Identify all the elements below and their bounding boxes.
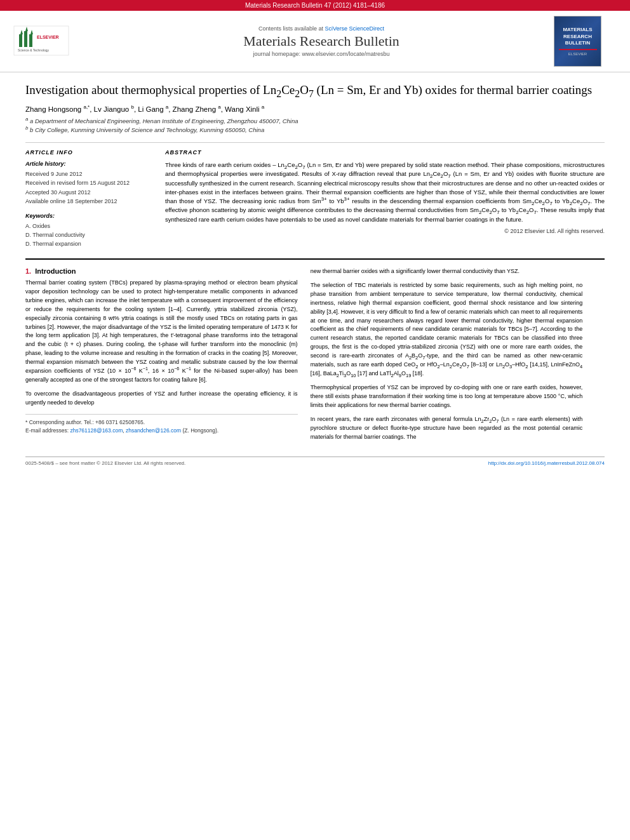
elsevier-logo: ELSEVIER Science & Technology — [13, 25, 70, 57]
svg-rect-3 — [29, 34, 32, 47]
email-link[interactable]: zhs761128@163.com — [70, 427, 123, 434]
email-note: E-mail addresses: zhs761128@163.com, zhs… — [25, 427, 298, 435]
doi-link[interactable]: http://dx.doi.org/10.1016/j.materresbull… — [488, 460, 605, 466]
intro-paragraph-2: To overcome the disadvantageous properti… — [25, 390, 298, 408]
svg-text:ELSEVIER: ELSEVIER — [37, 35, 59, 39]
affiliations: a a Department of Mechanical Engineering… — [25, 117, 605, 135]
elsevier-logo-area: ELSEVIER Science & Technology — [13, 25, 89, 58]
citation-text: Materials Research Bulletin 47 (2012) 41… — [245, 2, 385, 9]
affiliation-b: b b City College, Kunming University of … — [25, 126, 605, 135]
svg-marker-4 — [20, 30, 23, 34]
footnote-area: * Corresponding author. Tel.: +86 0371 6… — [25, 414, 298, 435]
main-content: Investigation about thermophysical prope… — [0, 72, 630, 476]
article-title: Investigation about thermophysical prope… — [25, 82, 605, 99]
journal-info-center: Contents lists available at SciVerse Sci… — [89, 25, 554, 57]
body-column-right: new thermal barrier oxides with a signif… — [311, 267, 583, 447]
affiliation-a: a a Department of Mechanical Engineering… — [25, 117, 605, 126]
svg-text:Science & Technology: Science & Technology — [18, 48, 50, 52]
article-history-heading: Article history: — [25, 161, 152, 167]
body-content: 1. Introduction Thermal barrier coating … — [25, 258, 605, 447]
abstract-panel: ABSTRACT Three kinds of rare earth ceriu… — [165, 149, 605, 249]
right-paragraph-3: Thermophysical properties of YSZ can be … — [311, 383, 583, 410]
keywords-list: A. Oxides D. Thermal conductivity D. The… — [25, 222, 152, 249]
intro-paragraph-1: Thermal barrier coating system (TBCs) pr… — [25, 279, 298, 385]
journal-title: Materials Research Bulletin — [89, 33, 554, 50]
journal-homepage: journal homepage: www.elsevier.com/locat… — [89, 51, 554, 57]
journal-cover-image: MATERIALSRESEARCHBULLETIN ELSEVIER — [554, 16, 601, 67]
right-paragraph-4: In recent years, the rare earth zirconat… — [311, 415, 583, 442]
authors-line: Zhang Hongsong a,*, Lv Jianguo b, Li Gan… — [25, 105, 605, 113]
article-info-heading: ARTICLE INFO — [25, 149, 152, 156]
keywords-heading: Keywords: — [25, 213, 152, 219]
journal-header: ELSEVIER Science & Technology Contents l… — [0, 11, 630, 72]
svg-rect-1 — [19, 34, 22, 47]
right-paragraph-1: new thermal barrier oxides with a signif… — [311, 267, 583, 276]
section1-title: 1. Introduction — [25, 267, 298, 275]
article-info-abstract-area: ARTICLE INFO Article history: Received 9… — [25, 142, 605, 249]
copyright-line: © 2012 Elsevier Ltd. All rights reserved… — [165, 228, 605, 234]
issn-text: 0025-5408/$ – see front matter © 2012 El… — [25, 460, 185, 466]
corresponding-author-note: * Corresponding author. Tel.: +86 0371 6… — [25, 418, 298, 427]
article-received: Received 9 June 2012 Received in revised… — [25, 170, 152, 206]
body-column-left: 1. Introduction Thermal barrier coating … — [25, 267, 298, 447]
journal-cover-area: MATERIALSRESEARCHBULLETIN ELSEVIER — [554, 16, 617, 67]
right-paragraph-2: The selection of TBC materials is restri… — [311, 281, 583, 378]
journal-citation-bar: Materials Research Bulletin 47 (2012) 41… — [0, 0, 630, 11]
abstract-text: Three kinds of rare earth cerium oxides … — [165, 161, 605, 224]
keywords-section: Keywords: A. Oxides D. Thermal conductiv… — [25, 213, 152, 249]
svg-marker-6 — [30, 30, 33, 34]
svg-marker-5 — [25, 27, 28, 31]
abstract-heading: ABSTRACT — [165, 149, 605, 156]
page-footer: 0025-5408/$ – see front matter © 2012 El… — [25, 457, 605, 466]
svg-rect-2 — [24, 31, 27, 47]
sciverse-link[interactable]: SciVerse ScienceDirect — [325, 25, 385, 32]
article-info-panel: ARTICLE INFO Article history: Received 9… — [25, 149, 152, 249]
email-link-2[interactable]: zhsandchen@126.com — [126, 427, 181, 434]
sciverse-info: Contents lists available at SciVerse Sci… — [89, 25, 554, 32]
